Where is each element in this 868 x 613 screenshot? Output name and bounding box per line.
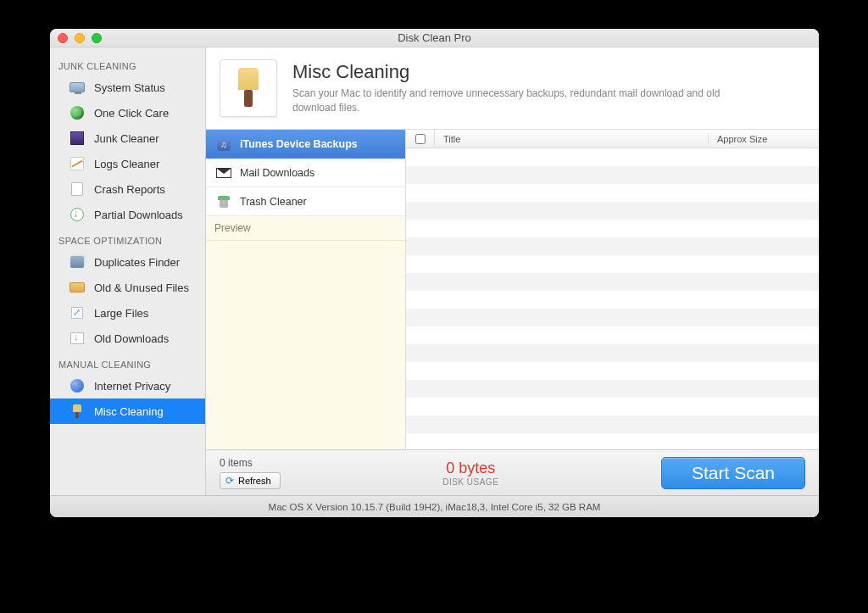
disk-usage-label: DISK USAGE [281,477,661,487]
document-icon [69,181,86,198]
table-row [406,291,819,309]
monitor-icon [69,79,86,96]
window-title: Disk Clean Pro [50,31,819,44]
category-itunes-backups[interactable]: ♫ iTunes Device Backups [206,130,405,159]
sidebar-item-system-status[interactable]: System Status [50,75,205,100]
preview-area [206,241,405,449]
table-row [406,166,819,184]
table-row [406,273,819,291]
category-trash-cleaner[interactable]: Trash Cleaner [206,187,405,216]
table-row [406,148,819,166]
itunes-icon: ♫ [216,137,231,152]
sidebar-item-label: Misc Cleaning [94,405,164,418]
table-row [406,326,819,344]
expand-icon [69,304,86,321]
mail-icon [216,165,231,181]
preview-label: Preview [206,216,405,241]
refresh-icon: ⟳ [225,475,234,487]
results-header: Title Approx Size [406,130,819,148]
items-count-label: 0 items [220,457,281,469]
table-row [406,220,819,237]
pencil-icon [69,155,86,172]
category-label: iTunes Device Backups [240,138,358,150]
results-rows [406,148,819,449]
duplicates-icon [69,254,86,270]
category-list: ♫ iTunes Device Backups Mail Downloads T… [206,130,406,449]
system-info-label: Mac OS X Version 10.15.7 (Build 19H2), i… [269,502,601,512]
titlebar: Disk Clean Pro [50,29,819,47]
select-all-checkbox[interactable] [406,130,435,148]
sidebar-item-large-files[interactable]: Large Files [50,300,205,326]
column-size[interactable]: Approx Size [709,134,819,144]
brush-icon [69,403,86,420]
sidebar-item-one-click-care[interactable]: One Click Care [50,100,205,125]
bytes-label: 0 bytes [281,460,661,477]
header-panel: Misc Cleaning Scan your Mac to identify … [206,47,819,130]
table-row [406,362,819,380]
sidebar-item-old-unused-files[interactable]: Old & Unused Files [50,275,205,300]
table-row [406,344,819,362]
page-subtitle: Scan your Mac to identify and remove unn… [292,86,759,115]
sidebar: JUNK CLEANING System Status One Click Ca… [50,47,206,495]
table-row [406,255,819,273]
sidebar-section-space: SPACE OPTIMIZATION [50,227,205,249]
sidebar-item-label: One Click Care [94,107,169,120]
sidebar-item-label: Partial Downloads [94,209,183,221]
footer: 0 items ⟳ Refresh 0 bytes DISK USAGE Sta… [206,449,819,495]
column-title[interactable]: Title [435,134,709,144]
table-row [406,415,819,433]
sidebar-item-junk-cleaner[interactable]: Junk Cleaner [50,125,205,151]
privacy-globe-icon [69,377,86,394]
main-panel: Misc Cleaning Scan your Mac to identify … [206,47,819,495]
sidebar-item-partial-downloads[interactable]: Partial Downloads [50,202,205,227]
table-row [406,309,819,326]
sidebar-item-logs-cleaner[interactable]: Logs Cleaner [50,151,205,176]
sidebar-item-duplicates-finder[interactable]: Duplicates Finder [50,249,205,275]
sidebar-section-junk: JUNK CLEANING [50,53,205,75]
sidebar-item-label: Duplicates Finder [94,256,180,269]
table-row [406,398,819,415]
sidebar-item-crash-reports[interactable]: Crash Reports [50,176,205,202]
sidebar-item-label: Logs Cleaner [94,158,159,170]
old-download-icon [69,330,86,347]
category-mail-downloads[interactable]: Mail Downloads [206,159,405,187]
download-icon [69,206,86,223]
film-icon [69,130,86,147]
statusbar: Mac OS X Version 10.15.7 (Build 19H2), i… [50,495,819,517]
refresh-label: Refresh [238,476,271,486]
table-row [406,237,819,255]
table-row [406,380,819,398]
app-window: Disk Clean Pro JUNK CLEANING System Stat… [50,29,819,517]
sidebar-item-label: System Status [94,81,165,94]
trash-icon [216,194,231,209]
sidebar-item-label: Large Files [94,307,148,320]
folder-icon [69,279,86,296]
results-panel: Title Approx Size [406,130,819,449]
category-label: Mail Downloads [240,167,314,179]
sidebar-item-label: Junk Cleaner [94,132,159,145]
sidebar-item-label: Internet Privacy [94,380,170,393]
page-title: Misc Cleaning [292,61,759,83]
table-row [406,202,819,220]
globe-refresh-icon [69,104,86,121]
sidebar-section-manual: MANUAL CLEANING [50,351,205,373]
sidebar-item-label: Old & Unused Files [94,281,189,294]
table-row [406,184,819,202]
sidebar-item-label: Old Downloads [94,332,169,345]
sidebar-item-old-downloads[interactable]: Old Downloads [50,326,205,351]
sidebar-item-internet-privacy[interactable]: Internet Privacy [50,373,205,398]
sidebar-item-label: Crash Reports [94,183,165,196]
refresh-button[interactable]: ⟳ Refresh [220,472,281,489]
start-scan-button[interactable]: Start Scan [661,457,805,489]
header-brush-icon [220,59,277,117]
sidebar-item-misc-cleaning[interactable]: Misc Cleaning [50,398,205,424]
category-label: Trash Cleaner [240,196,307,208]
